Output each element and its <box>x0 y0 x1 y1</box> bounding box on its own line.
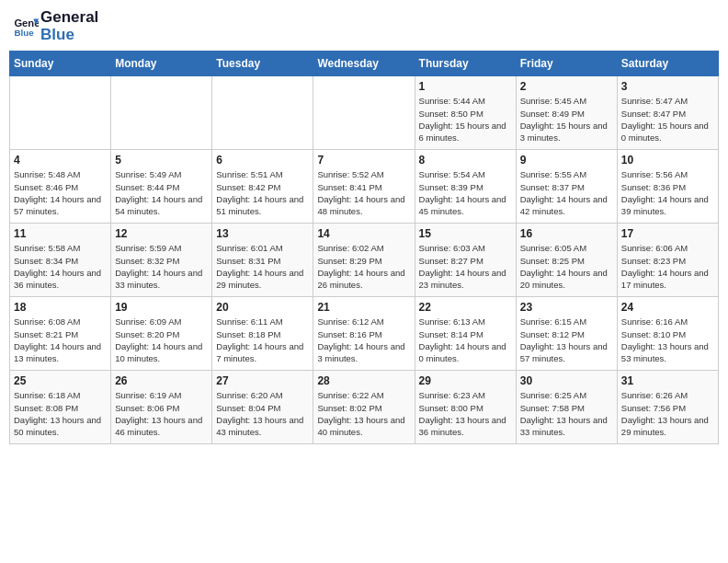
page-header: General Blue General Blue <box>9 9 719 43</box>
calendar-cell: 20Sunrise: 6:11 AM Sunset: 8:18 PM Dayli… <box>212 297 313 371</box>
day-number: 30 <box>520 374 613 387</box>
calendar-cell <box>212 76 313 150</box>
day-number: 12 <box>115 227 208 240</box>
calendar-week-row: 1Sunrise: 5:44 AM Sunset: 8:50 PM Daylig… <box>10 76 719 150</box>
calendar-cell <box>313 76 415 150</box>
day-number: 23 <box>520 301 613 314</box>
weekday-header-thursday: Thursday <box>415 52 516 76</box>
day-number: 13 <box>216 227 309 240</box>
day-number: 24 <box>621 301 714 314</box>
calendar-cell: 22Sunrise: 6:13 AM Sunset: 8:14 PM Dayli… <box>415 297 516 371</box>
day-info: Sunrise: 6:09 AM Sunset: 8:20 PM Dayligh… <box>115 316 208 364</box>
day-info: Sunrise: 6:22 AM Sunset: 8:02 PM Dayligh… <box>317 389 410 438</box>
day-info: Sunrise: 5:47 AM Sunset: 8:47 PM Dayligh… <box>621 95 714 144</box>
calendar-cell: 7Sunrise: 5:52 AM Sunset: 8:41 PM Daylig… <box>313 150 415 224</box>
calendar-cell: 16Sunrise: 6:05 AM Sunset: 8:25 PM Dayli… <box>516 224 617 297</box>
calendar-cell: 29Sunrise: 6:23 AM Sunset: 8:00 PM Dayli… <box>415 371 516 444</box>
calendar-week-row: 11Sunrise: 5:58 AM Sunset: 8:34 PM Dayli… <box>10 224 719 297</box>
day-number: 10 <box>621 154 714 167</box>
day-number: 8 <box>419 154 512 167</box>
calendar-cell: 26Sunrise: 6:19 AM Sunset: 8:06 PM Dayli… <box>111 371 212 444</box>
calendar-cell: 27Sunrise: 6:20 AM Sunset: 8:04 PM Dayli… <box>212 371 313 444</box>
day-info: Sunrise: 5:44 AM Sunset: 8:50 PM Dayligh… <box>419 95 512 144</box>
day-info: Sunrise: 6:13 AM Sunset: 8:14 PM Dayligh… <box>419 316 512 364</box>
calendar-cell: 3Sunrise: 5:47 AM Sunset: 8:47 PM Daylig… <box>617 76 718 150</box>
day-info: Sunrise: 5:48 AM Sunset: 8:46 PM Dayligh… <box>14 168 107 217</box>
day-number: 5 <box>115 154 208 167</box>
calendar-cell: 1Sunrise: 5:44 AM Sunset: 8:50 PM Daylig… <box>415 76 516 150</box>
calendar-cell: 18Sunrise: 6:08 AM Sunset: 8:21 PM Dayli… <box>10 297 111 371</box>
day-number: 17 <box>621 227 714 240</box>
calendar-cell: 4Sunrise: 5:48 AM Sunset: 8:46 PM Daylig… <box>10 150 111 224</box>
day-number: 28 <box>317 374 410 387</box>
calendar-table: SundayMondayTuesdayWednesdayThursdayFrid… <box>9 51 719 444</box>
day-number: 3 <box>621 80 714 93</box>
day-info: Sunrise: 6:01 AM Sunset: 8:31 PM Dayligh… <box>216 242 309 291</box>
weekday-header-monday: Monday <box>111 52 212 76</box>
weekday-header-sunday: Sunday <box>10 52 111 76</box>
day-info: Sunrise: 5:56 AM Sunset: 8:36 PM Dayligh… <box>621 168 714 217</box>
day-info: Sunrise: 6:02 AM Sunset: 8:29 PM Dayligh… <box>317 242 410 291</box>
day-info: Sunrise: 6:19 AM Sunset: 8:06 PM Dayligh… <box>115 389 208 438</box>
logo-icon: General Blue <box>13 14 39 40</box>
day-number: 11 <box>14 227 107 240</box>
day-info: Sunrise: 6:26 AM Sunset: 7:56 PM Dayligh… <box>621 389 714 438</box>
day-number: 14 <box>317 227 410 240</box>
day-info: Sunrise: 6:23 AM Sunset: 8:00 PM Dayligh… <box>419 389 512 438</box>
day-info: Sunrise: 6:05 AM Sunset: 8:25 PM Dayligh… <box>520 242 613 291</box>
day-number: 1 <box>419 80 512 93</box>
calendar-cell: 25Sunrise: 6:18 AM Sunset: 8:08 PM Dayli… <box>10 371 111 444</box>
day-number: 16 <box>520 227 613 240</box>
calendar-cell: 17Sunrise: 6:06 AM Sunset: 8:23 PM Dayli… <box>617 224 718 297</box>
day-number: 9 <box>520 154 613 167</box>
day-info: Sunrise: 5:55 AM Sunset: 8:37 PM Dayligh… <box>520 168 613 217</box>
calendar-week-row: 18Sunrise: 6:08 AM Sunset: 8:21 PM Dayli… <box>10 297 719 371</box>
calendar-cell: 10Sunrise: 5:56 AM Sunset: 8:36 PM Dayli… <box>617 150 718 224</box>
calendar-cell <box>111 76 212 150</box>
day-number: 22 <box>419 301 512 314</box>
calendar-cell <box>10 76 111 150</box>
calendar-week-row: 4Sunrise: 5:48 AM Sunset: 8:46 PM Daylig… <box>10 150 719 224</box>
day-info: Sunrise: 6:12 AM Sunset: 8:16 PM Dayligh… <box>317 316 410 364</box>
calendar-cell: 28Sunrise: 6:22 AM Sunset: 8:02 PM Dayli… <box>313 371 415 444</box>
day-number: 26 <box>115 374 208 387</box>
day-number: 18 <box>14 301 107 314</box>
calendar-cell: 15Sunrise: 6:03 AM Sunset: 8:27 PM Dayli… <box>415 224 516 297</box>
calendar-cell: 21Sunrise: 6:12 AM Sunset: 8:16 PM Dayli… <box>313 297 415 371</box>
calendar-header-row: SundayMondayTuesdayWednesdayThursdayFrid… <box>10 52 719 76</box>
day-info: Sunrise: 6:15 AM Sunset: 8:12 PM Dayligh… <box>520 316 613 364</box>
calendar-cell: 30Sunrise: 6:25 AM Sunset: 7:58 PM Dayli… <box>516 371 617 444</box>
weekday-header-tuesday: Tuesday <box>212 52 313 76</box>
day-info: Sunrise: 5:58 AM Sunset: 8:34 PM Dayligh… <box>14 242 107 291</box>
day-info: Sunrise: 6:20 AM Sunset: 8:04 PM Dayligh… <box>216 389 309 438</box>
day-number: 31 <box>621 374 714 387</box>
day-number: 2 <box>520 80 613 93</box>
day-info: Sunrise: 6:18 AM Sunset: 8:08 PM Dayligh… <box>14 389 107 438</box>
day-info: Sunrise: 5:45 AM Sunset: 8:49 PM Dayligh… <box>520 95 613 144</box>
calendar-cell: 13Sunrise: 6:01 AM Sunset: 8:31 PM Dayli… <box>212 224 313 297</box>
day-number: 6 <box>216 154 309 167</box>
calendar-cell: 31Sunrise: 6:26 AM Sunset: 7:56 PM Dayli… <box>617 371 718 444</box>
calendar-cell: 19Sunrise: 6:09 AM Sunset: 8:20 PM Dayli… <box>111 297 212 371</box>
calendar-cell: 24Sunrise: 6:16 AM Sunset: 8:10 PM Dayli… <box>617 297 718 371</box>
day-info: Sunrise: 5:59 AM Sunset: 8:32 PM Dayligh… <box>115 242 208 291</box>
day-info: Sunrise: 5:52 AM Sunset: 8:41 PM Dayligh… <box>317 168 410 217</box>
svg-text:Blue: Blue <box>14 27 34 37</box>
day-info: Sunrise: 5:54 AM Sunset: 8:39 PM Dayligh… <box>419 168 512 217</box>
day-number: 19 <box>115 301 208 314</box>
day-number: 4 <box>14 154 107 167</box>
day-info: Sunrise: 5:49 AM Sunset: 8:44 PM Dayligh… <box>115 168 208 217</box>
day-info: Sunrise: 6:11 AM Sunset: 8:18 PM Dayligh… <box>216 316 309 364</box>
calendar-cell: 6Sunrise: 5:51 AM Sunset: 8:42 PM Daylig… <box>212 150 313 224</box>
day-number: 15 <box>419 227 512 240</box>
day-info: Sunrise: 6:08 AM Sunset: 8:21 PM Dayligh… <box>14 316 107 364</box>
calendar-cell: 12Sunrise: 5:59 AM Sunset: 8:32 PM Dayli… <box>111 224 212 297</box>
calendar-cell: 2Sunrise: 5:45 AM Sunset: 8:49 PM Daylig… <box>516 76 617 150</box>
day-info: Sunrise: 6:16 AM Sunset: 8:10 PM Dayligh… <box>621 316 714 364</box>
day-number: 25 <box>14 374 107 387</box>
day-number: 21 <box>317 301 410 314</box>
calendar-cell: 5Sunrise: 5:49 AM Sunset: 8:44 PM Daylig… <box>111 150 212 224</box>
day-number: 29 <box>419 374 512 387</box>
logo-text-general: General <box>40 9 98 27</box>
weekday-header-saturday: Saturday <box>617 52 718 76</box>
